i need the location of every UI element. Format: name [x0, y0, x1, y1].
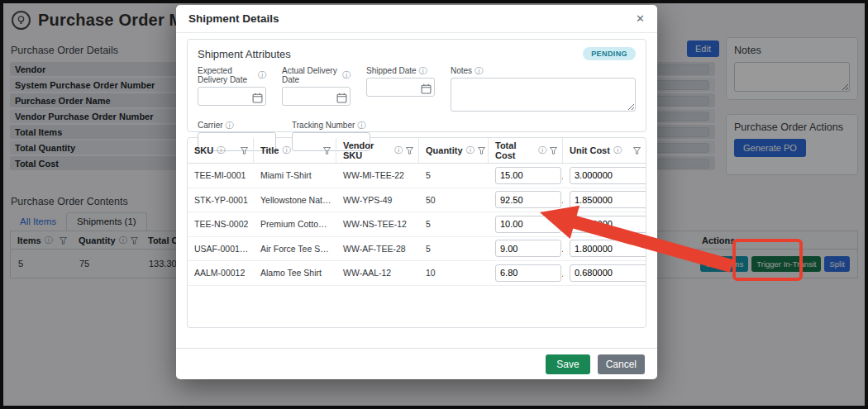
save-button[interactable]: Save: [546, 354, 589, 374]
info-icon: ⓘ: [466, 146, 475, 155]
item-row: TEE-MI-0001 Miami T-Shirt WW-MI-TEE-22 5: [188, 164, 646, 188]
item-total-cost-input[interactable]: [495, 167, 561, 184]
modal-notes-field: Notesⓘ: [451, 66, 636, 115]
items-table-header: SKUⓘ Titleⓘ Vendor SKUⓘ Quantityⓘ Total …: [188, 138, 646, 164]
item-sku: TEE-NS-0002: [188, 219, 254, 229]
filter-icon[interactable]: [478, 143, 485, 158]
item-unit-cost-input[interactable]: [570, 167, 646, 184]
item-row: TEE-NS-0002 Premium Cotton NA... WW-NS-T…: [188, 212, 646, 237]
info-icon: ⓘ: [419, 67, 427, 75]
item-vendor-sku: WW-NS-TEE-12: [336, 219, 419, 229]
expected-delivery-date-field: Expected Delivery Dateⓘ: [198, 66, 266, 106]
info-icon: ⓘ: [342, 71, 351, 79]
info-icon: ⓘ: [538, 146, 546, 155]
column-header-unit-cost[interactable]: Unit Costⓘ: [563, 138, 646, 163]
item-row: AALM-00012 Alamo Tee Shirt WW-AAL-12 10: [188, 261, 646, 286]
info-icon: ⓘ: [475, 67, 483, 75]
item-sku: TEE-MI-0001: [188, 170, 254, 180]
item-title: Yellowstone National...: [254, 195, 336, 205]
item-unit-cost-input[interactable]: [570, 216, 646, 233]
shipment-items-table: SKUⓘ Titleⓘ Vendor SKUⓘ Quantityⓘ Total …: [187, 137, 646, 328]
info-icon: ⓘ: [282, 146, 290, 155]
modal-title: Shipment Details: [188, 12, 279, 25]
filter-icon[interactable]: [406, 143, 413, 158]
shipment-attributes-card: Shipment Attributes PENDING Expected Del…: [187, 39, 646, 132]
filter-icon[interactable]: [323, 143, 331, 158]
item-unit-cost-input[interactable]: [570, 240, 646, 257]
info-icon: ⓘ: [613, 146, 622, 155]
item-row: USAF-0001-TEE Air Force Tee Shirt WW-AF-…: [188, 237, 646, 262]
calendar-icon[interactable]: [421, 83, 432, 97]
modal-body: Shipment Attributes PENDING Expected Del…: [176, 33, 657, 328]
shipped-date-field: Shipped Dateⓘ: [366, 66, 435, 97]
item-title: Miami T-Shirt: [254, 170, 336, 180]
item-quantity: 10: [419, 268, 489, 278]
item-sku: AALM-00012: [188, 268, 254, 278]
modal-footer: Save Cancel: [176, 348, 657, 379]
close-icon[interactable]: ✕: [636, 12, 645, 25]
modal-header: Shipment Details ✕: [176, 5, 657, 33]
item-sku: STK-YP-0001: [188, 195, 254, 205]
item-row: STK-YP-0001 Yellowstone National... WW-Y…: [188, 188, 646, 213]
cancel-button[interactable]: Cancel: [598, 354, 645, 374]
shipment-details-modal: Shipment Details ✕ Shipment Attributes P…: [176, 5, 657, 379]
item-vendor-sku: WW-YPS-49: [336, 195, 419, 205]
item-vendor-sku: WW-AAL-12: [336, 268, 419, 278]
item-quantity: 5: [419, 170, 489, 180]
item-unit-cost-input[interactable]: [570, 191, 646, 208]
item-unit-cost-input[interactable]: [570, 264, 646, 282]
shipment-attributes-heading: Shipment Attributes: [198, 48, 291, 60]
item-title: Air Force Tee Shirt: [254, 244, 336, 254]
item-vendor-sku: WW-AF-TEE-28: [336, 244, 419, 254]
item-quantity: 5: [419, 244, 489, 254]
column-header-title[interactable]: Titleⓘ: [254, 138, 336, 163]
column-header-vendor-sku[interactable]: Vendor SKUⓘ: [336, 138, 419, 163]
item-title: Premium Cotton NA...: [254, 219, 336, 229]
filter-icon[interactable]: [550, 143, 557, 158]
item-quantity: 5: [419, 219, 489, 229]
item-total-cost-input[interactable]: [495, 216, 561, 233]
column-header-quantity[interactable]: Quantityⓘ: [419, 138, 489, 163]
status-badge: PENDING: [583, 47, 636, 60]
item-total-cost-input[interactable]: [495, 191, 561, 208]
item-total-cost-input[interactable]: [495, 264, 561, 282]
item-vendor-sku: WW-MI-TEE-22: [336, 170, 419, 180]
item-title: Alamo Tee Shirt: [254, 268, 336, 278]
item-quantity: 50: [419, 195, 489, 205]
screen: Purchase Order Management Purchase Order…: [0, 0, 868, 409]
actual-delivery-date-field: Actual Delivery Dateⓘ: [282, 66, 351, 106]
info-icon: ⓘ: [357, 121, 365, 130]
calendar-icon[interactable]: [252, 92, 263, 107]
filter-icon[interactable]: [633, 143, 641, 158]
item-sku: USAF-0001-TEE: [188, 244, 254, 254]
column-header-total-cost[interactable]: Total Costⓘ: [489, 138, 563, 163]
info-icon: ⓘ: [258, 71, 266, 79]
info-icon: ⓘ: [226, 121, 234, 130]
info-icon: ⓘ: [394, 146, 403, 155]
info-icon: ⓘ: [217, 146, 225, 155]
item-total-cost-input[interactable]: [495, 240, 561, 257]
calendar-icon[interactable]: [336, 92, 347, 107]
column-header-sku[interactable]: SKUⓘ: [188, 138, 254, 163]
filter-icon[interactable]: [241, 143, 248, 158]
modal-notes-textarea[interactable]: [451, 78, 636, 112]
